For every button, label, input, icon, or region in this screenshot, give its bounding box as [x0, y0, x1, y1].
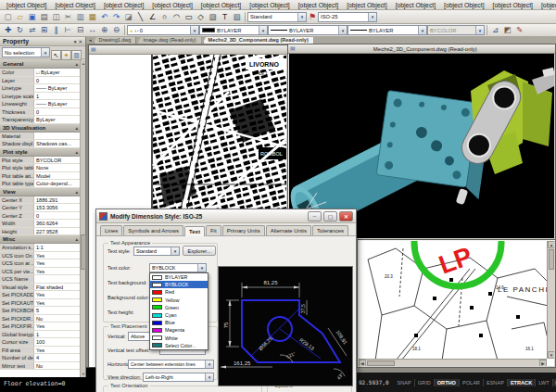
section-header[interactable]: View ▴ — [0, 188, 81, 196]
menu-item[interactable]: [object Object] — [440, 0, 487, 10]
image-icon[interactable]: ▧ — [231, 11, 243, 23]
property-value[interactable]: —— ByLayer — [34, 84, 81, 92]
property-value[interactable]: 1886.291 — [34, 196, 81, 204]
status-toggle[interactable]: MODEL — [553, 379, 556, 386]
print-preview-icon[interactable]: ◫ — [50, 11, 62, 23]
menu-item[interactable]: [object Object] — [197, 0, 245, 10]
lp-horizontal-scrollbar[interactable]: ◀ ▶ — [359, 359, 547, 366]
document-tab[interactable]: Drawing1.dwg — [94, 37, 137, 44]
new-file-icon[interactable]: ▢ — [2, 11, 14, 23]
color-option[interactable]: Select Color... — [150, 342, 208, 349]
dim-style-combo[interactable]: ISO-25 ▾ — [318, 12, 377, 22]
scrollbar-thumb[interactable] — [81, 234, 86, 270]
section-header[interactable]: Plot style ▴ — [0, 148, 81, 157]
polygon-icon[interactable]: ◇ — [195, 11, 207, 23]
dialog-tab[interactable]: Fit — [206, 225, 221, 235]
property-value[interactable]: Yes — [34, 299, 81, 307]
menu-item[interactable]: [object Object] — [246, 0, 293, 10]
hatch-icon[interactable]: ▨ — [207, 11, 219, 23]
property-value[interactable]: Yes — [34, 347, 81, 354]
cut-icon[interactable]: ✂ — [62, 11, 74, 23]
property-value[interactable]: 100 — [34, 338, 81, 346]
property-value[interactable]: Yes — [34, 322, 81, 330]
status-toggle[interactable]: ETRACK — [508, 379, 536, 386]
property-value[interactable]: BYCOLOR — [34, 157, 81, 164]
menu-item[interactable]: [object Object] — [295, 0, 342, 10]
lp-vertical-scrollbar[interactable]: ▲ ▼ — [547, 241, 554, 359]
component-window-titlebar[interactable]: ▤ Mechs2_3D_Component.dwg (Read-only) — [288, 44, 555, 54]
document-tab[interactable]: Mechs2_3D_Component.dwg (Read-only) — [203, 37, 314, 44]
property-value[interactable]: 360.6264 — [34, 220, 81, 227]
linetype-combo[interactable]: BYLAYER ▾ — [268, 25, 348, 35]
section-header[interactable]: General ▴ — [0, 60, 81, 69]
explorer-icon[interactable]: ⊟ — [74, 24, 86, 36]
trim-icon[interactable]: ⊢ — [62, 24, 74, 36]
scroll-right-icon[interactable]: ▶ — [539, 360, 547, 366]
property-value[interactable]: 1:1 — [34, 244, 81, 251]
dim-style-flag-icon[interactable]: ⚑ — [309, 12, 316, 21]
property-value[interactable]: ByLayer — [34, 116, 81, 123]
status-toggle[interactable]: ORTHO — [435, 379, 460, 386]
dialog-tab[interactable]: Lines — [100, 225, 122, 235]
color-option[interactable]: Cyan — [150, 311, 208, 319]
lp-map-window[interactable]: 20.3 14.6 18.1 16.1 LP LE PANCHI ▲ ▼ ◀ ▶ — [357, 239, 556, 368]
scroll-left-icon[interactable]: ◀ — [359, 360, 366, 366]
menu-item[interactable]: [object Object] — [51, 0, 98, 10]
text-style-select[interactable]: Standard ▾ — [133, 247, 180, 256]
property-value[interactable] — [34, 275, 81, 283]
erase-icon[interactable]: ◪ — [122, 11, 134, 23]
image-window-titlebar[interactable]: ▤ — [89, 45, 287, 55]
redline-icon[interactable]: ✎ — [513, 24, 525, 36]
zoom-in-icon[interactable]: ⊕ — [98, 24, 110, 36]
property-value[interactable]: No — [34, 362, 81, 370]
zoom-out-icon[interactable]: ⊖ — [110, 24, 122, 36]
dialog-tab[interactable]: Text — [184, 226, 205, 236]
move-icon[interactable]: ✚ — [2, 24, 14, 36]
status-toggle[interactable]: SNAP — [395, 379, 415, 386]
ucs-icon[interactable]: ⊿ — [489, 24, 501, 36]
property-value[interactable]: No — [34, 315, 81, 322]
menu-item[interactable]: [object Object] — [148, 0, 196, 10]
dialog-titlebar[interactable]: Modify Dimension Style: ISO-25 – ▢ ✕ — [96, 209, 356, 223]
line-icon[interactable]: ╲ — [134, 11, 146, 23]
color-option[interactable]: BYBLOCK — [150, 281, 208, 288]
property-value[interactable]: Yes — [34, 291, 81, 298]
polyline-icon[interactable]: ∠ — [146, 11, 158, 23]
dialog-tab[interactable]: Alternate Units — [266, 225, 311, 235]
panel-settings-icon[interactable]: ▥ — [71, 50, 82, 60]
scroll-down-icon[interactable]: ▼ — [81, 371, 86, 377]
property-value[interactable]: 0 — [34, 77, 81, 84]
mirror-icon[interactable]: ⇌ — [26, 24, 38, 36]
property-value[interactable]: 1 — [34, 331, 81, 338]
close-button[interactable]: ✕ — [339, 211, 353, 221]
scroll-down-icon[interactable]: ▼ — [548, 351, 554, 359]
undo-icon[interactable]: ↶ — [98, 11, 110, 23]
property-value[interactable] — [34, 133, 81, 140]
render-icon[interactable]: ◩ — [501, 24, 513, 36]
color-combo[interactable]: BYLAYER ▾ — [199, 25, 268, 35]
layer-combo[interactable]: ●◑▪ 0 ▾ — [127, 25, 199, 35]
view-direction-select[interactable]: Left-to-Right ▾ — [143, 373, 214, 382]
menu-item[interactable]: [object Object] — [537, 0, 556, 10]
menu-item[interactable]: [object Object] — [100, 0, 147, 10]
scrollbar-thumb[interactable] — [549, 249, 554, 270]
property-value[interactable]: 1 — [34, 93, 81, 100]
text-style-combo[interactable]: Standard ▾ — [247, 12, 307, 22]
property-value[interactable]: 4 — [34, 354, 81, 361]
property-value[interactable]: None — [34, 164, 81, 171]
paste-icon[interactable]: ▦ — [86, 11, 98, 23]
property-value[interactable]: Flat shaded — [34, 284, 81, 291]
scroll-up-icon[interactable]: ▲ — [81, 60, 86, 67]
property-value[interactable]: 153.3056 — [34, 204, 81, 211]
text-color-select[interactable]: BYBLOCK ▾ — [149, 263, 207, 272]
save-icon[interactable]: ▣ — [26, 11, 38, 23]
status-toggle[interactable]: LWT — [536, 379, 552, 386]
lineweight-combo[interactable]: BYLAYER ▾ — [348, 25, 427, 35]
redo-icon[interactable]: ↷ — [110, 11, 122, 23]
copy-icon[interactable]: ▥ — [74, 11, 86, 23]
property-value[interactable]: Color-depend... — [34, 180, 81, 187]
property-value[interactable]: Yes — [34, 252, 81, 259]
rotate-icon[interactable]: ↻ — [14, 24, 26, 36]
document-tab[interactable]: Image.dwg (Read-only) — [137, 37, 201, 44]
menu-item[interactable]: [object Object] — [392, 0, 439, 10]
